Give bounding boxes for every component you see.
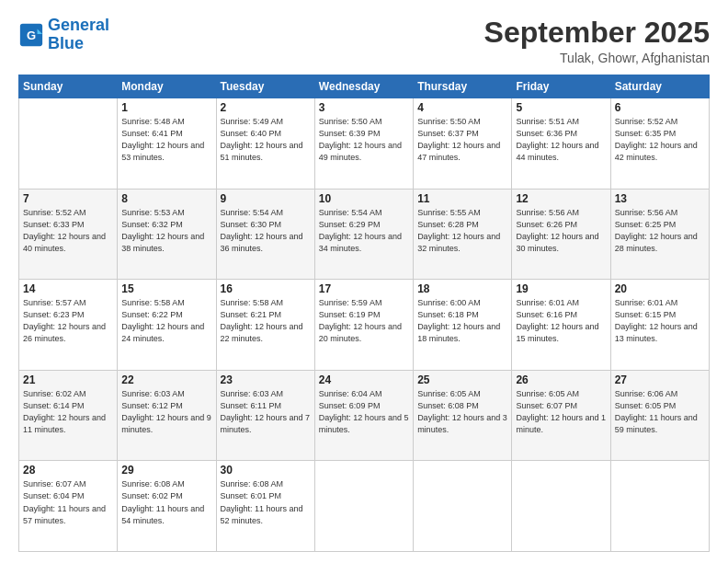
cell-info: Sunrise: 6:05 AMSunset: 6:07 PMDaylight:… bbox=[516, 388, 606, 436]
logo-text: General Blue bbox=[48, 17, 109, 53]
day-number: 29 bbox=[121, 464, 211, 477]
logo-line1: General bbox=[48, 16, 109, 34]
table-row bbox=[414, 461, 512, 552]
cell-info: Sunrise: 5:54 AMSunset: 6:30 PMDaylight:… bbox=[221, 207, 311, 255]
day-number: 6 bbox=[615, 101, 705, 114]
cell-info: Sunrise: 5:58 AMSunset: 6:22 PMDaylight:… bbox=[121, 297, 211, 345]
table-row: 20Sunrise: 6:01 AMSunset: 6:15 PMDayligh… bbox=[610, 280, 709, 371]
calendar-week-1: 1Sunrise: 5:48 AMSunset: 6:41 PMDaylight… bbox=[19, 98, 710, 190]
col-monday: Monday bbox=[118, 75, 216, 98]
header: G General Blue September 2025 Tulak, Gho… bbox=[18, 17, 710, 65]
table-row: 6Sunrise: 5:52 AMSunset: 6:35 PMDaylight… bbox=[610, 98, 709, 190]
table-row: 12Sunrise: 5:56 AMSunset: 6:26 PMDayligh… bbox=[512, 189, 610, 280]
table-row: 14Sunrise: 5:57 AMSunset: 6:23 PMDayligh… bbox=[19, 280, 118, 371]
cell-info: Sunrise: 5:49 AMSunset: 6:40 PMDaylight:… bbox=[221, 116, 311, 164]
day-number: 10 bbox=[319, 192, 409, 205]
table-row bbox=[19, 98, 118, 190]
calendar-week-4: 21Sunrise: 6:02 AMSunset: 6:14 PMDayligh… bbox=[19, 370, 710, 461]
table-row: 26Sunrise: 6:05 AMSunset: 6:07 PMDayligh… bbox=[512, 370, 610, 461]
day-number: 24 bbox=[319, 373, 409, 386]
cell-info: Sunrise: 5:57 AMSunset: 6:23 PMDaylight:… bbox=[23, 297, 113, 345]
table-row: 25Sunrise: 6:05 AMSunset: 6:08 PMDayligh… bbox=[414, 370, 512, 461]
table-row: 4Sunrise: 5:50 AMSunset: 6:37 PMDaylight… bbox=[414, 98, 512, 190]
cell-info: Sunrise: 5:56 AMSunset: 6:25 PMDaylight:… bbox=[615, 207, 705, 255]
table-row: 11Sunrise: 5:55 AMSunset: 6:28 PMDayligh… bbox=[414, 189, 512, 280]
table-row: 29Sunrise: 6:08 AMSunset: 6:02 PMDayligh… bbox=[118, 461, 216, 552]
col-saturday: Saturday bbox=[610, 75, 709, 98]
location-title: Tulak, Ghowr, Afghanistan bbox=[484, 51, 710, 65]
table-row: 9Sunrise: 5:54 AMSunset: 6:30 PMDaylight… bbox=[216, 189, 314, 280]
cell-info: Sunrise: 5:55 AMSunset: 6:28 PMDaylight:… bbox=[417, 207, 507, 255]
col-tuesday: Tuesday bbox=[216, 75, 314, 98]
col-friday: Friday bbox=[512, 75, 610, 98]
day-number: 25 bbox=[417, 373, 507, 386]
cell-info: Sunrise: 5:59 AMSunset: 6:19 PMDaylight:… bbox=[319, 297, 409, 345]
day-number: 13 bbox=[615, 192, 705, 205]
day-number: 30 bbox=[221, 464, 311, 477]
day-number: 15 bbox=[121, 282, 211, 295]
day-number: 8 bbox=[121, 192, 211, 205]
logo: G General Blue bbox=[18, 17, 109, 53]
table-row: 10Sunrise: 5:54 AMSunset: 6:29 PMDayligh… bbox=[314, 189, 413, 280]
day-number: 23 bbox=[221, 373, 311, 386]
table-row: 1Sunrise: 5:48 AMSunset: 6:41 PMDaylight… bbox=[118, 98, 216, 190]
calendar-table: Sunday Monday Tuesday Wednesday Thursday… bbox=[18, 75, 710, 552]
table-row: 18Sunrise: 6:00 AMSunset: 6:18 PMDayligh… bbox=[414, 280, 512, 371]
day-number: 5 bbox=[516, 101, 606, 114]
day-number: 7 bbox=[23, 192, 113, 205]
day-number: 20 bbox=[615, 282, 705, 295]
table-row: 24Sunrise: 6:04 AMSunset: 6:09 PMDayligh… bbox=[314, 370, 413, 461]
day-number: 14 bbox=[23, 282, 113, 295]
cell-info: Sunrise: 6:03 AMSunset: 6:11 PMDaylight:… bbox=[221, 388, 311, 436]
logo-icon: G bbox=[18, 22, 44, 48]
table-row: 8Sunrise: 5:53 AMSunset: 6:32 PMDaylight… bbox=[118, 189, 216, 280]
cell-info: Sunrise: 5:50 AMSunset: 6:39 PMDaylight:… bbox=[319, 116, 409, 164]
day-number: 11 bbox=[417, 192, 507, 205]
table-row: 19Sunrise: 6:01 AMSunset: 6:16 PMDayligh… bbox=[512, 280, 610, 371]
cell-info: Sunrise: 6:00 AMSunset: 6:18 PMDaylight:… bbox=[417, 297, 507, 345]
cell-info: Sunrise: 6:04 AMSunset: 6:09 PMDaylight:… bbox=[319, 388, 409, 436]
col-sunday: Sunday bbox=[19, 75, 118, 98]
day-number: 3 bbox=[319, 101, 409, 114]
day-number: 27 bbox=[615, 373, 705, 386]
table-row: 5Sunrise: 5:51 AMSunset: 6:36 PMDaylight… bbox=[512, 98, 610, 190]
cell-info: Sunrise: 6:08 AMSunset: 6:02 PMDaylight:… bbox=[121, 478, 211, 526]
cell-info: Sunrise: 5:50 AMSunset: 6:37 PMDaylight:… bbox=[417, 116, 507, 164]
day-number: 16 bbox=[221, 282, 311, 295]
day-number: 28 bbox=[23, 464, 113, 477]
table-row: 21Sunrise: 6:02 AMSunset: 6:14 PMDayligh… bbox=[19, 370, 118, 461]
cell-info: Sunrise: 6:05 AMSunset: 6:08 PMDaylight:… bbox=[417, 388, 507, 436]
day-number: 18 bbox=[417, 282, 507, 295]
table-row bbox=[314, 461, 413, 552]
table-row: 7Sunrise: 5:52 AMSunset: 6:33 PMDaylight… bbox=[19, 189, 118, 280]
day-number: 12 bbox=[516, 192, 606, 205]
table-row: 17Sunrise: 5:59 AMSunset: 6:19 PMDayligh… bbox=[314, 280, 413, 371]
calendar-week-3: 14Sunrise: 5:57 AMSunset: 6:23 PMDayligh… bbox=[19, 280, 710, 371]
month-title: September 2025 bbox=[484, 17, 710, 49]
day-number: 17 bbox=[319, 282, 409, 295]
cell-info: Sunrise: 6:01 AMSunset: 6:16 PMDaylight:… bbox=[516, 297, 606, 345]
day-number: 19 bbox=[516, 282, 606, 295]
table-row: 2Sunrise: 5:49 AMSunset: 6:40 PMDaylight… bbox=[216, 98, 314, 190]
cell-info: Sunrise: 6:01 AMSunset: 6:15 PMDaylight:… bbox=[615, 297, 705, 345]
table-row: 15Sunrise: 5:58 AMSunset: 6:22 PMDayligh… bbox=[118, 280, 216, 371]
table-row: 30Sunrise: 6:08 AMSunset: 6:01 PMDayligh… bbox=[216, 461, 314, 552]
cell-info: Sunrise: 5:54 AMSunset: 6:29 PMDaylight:… bbox=[319, 207, 409, 255]
calendar-week-5: 28Sunrise: 6:07 AMSunset: 6:04 PMDayligh… bbox=[19, 461, 710, 552]
logo-line2: Blue bbox=[48, 34, 84, 52]
cell-info: Sunrise: 5:48 AMSunset: 6:41 PMDaylight:… bbox=[121, 116, 211, 164]
day-number: 4 bbox=[417, 101, 507, 114]
page: G General Blue September 2025 Tulak, Gho… bbox=[0, 0, 728, 563]
col-thursday: Thursday bbox=[414, 75, 512, 98]
cell-info: Sunrise: 5:53 AMSunset: 6:32 PMDaylight:… bbox=[121, 207, 211, 255]
day-number: 2 bbox=[221, 101, 311, 114]
cell-info: Sunrise: 6:02 AMSunset: 6:14 PMDaylight:… bbox=[23, 388, 113, 436]
title-block: September 2025 Tulak, Ghowr, Afghanistan bbox=[484, 17, 710, 65]
cell-info: Sunrise: 6:03 AMSunset: 6:12 PMDaylight:… bbox=[121, 388, 211, 436]
table-row: 23Sunrise: 6:03 AMSunset: 6:11 PMDayligh… bbox=[216, 370, 314, 461]
table-row: 16Sunrise: 5:58 AMSunset: 6:21 PMDayligh… bbox=[216, 280, 314, 371]
table-row: 22Sunrise: 6:03 AMSunset: 6:12 PMDayligh… bbox=[118, 370, 216, 461]
table-row: 3Sunrise: 5:50 AMSunset: 6:39 PMDaylight… bbox=[314, 98, 413, 190]
day-number: 9 bbox=[221, 192, 311, 205]
calendar-week-2: 7Sunrise: 5:52 AMSunset: 6:33 PMDaylight… bbox=[19, 189, 710, 280]
